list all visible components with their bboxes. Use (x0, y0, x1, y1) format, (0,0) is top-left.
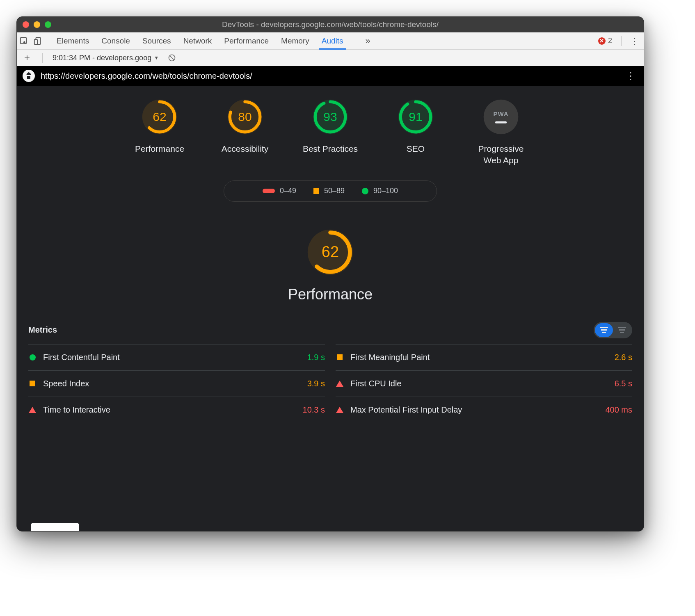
gauge-progressive-web-app[interactable]: PWA Progressive Web App (470, 98, 532, 167)
svg-line-4 (170, 56, 174, 60)
legend-bad-icon (263, 189, 275, 193)
view-trace-peek[interactable] (31, 523, 79, 531)
metric-value: 1.9 s (307, 353, 325, 362)
audit-selector-label: 9:01:34 PM - developers.goog (53, 54, 151, 62)
view-toggle-expanded-icon[interactable] (613, 323, 631, 337)
lighthouse-icon (23, 70, 35, 82)
devtools-window: DevTools - developers.google.com/web/too… (16, 16, 644, 532)
metric-status-icon (28, 407, 37, 413)
metric-row[interactable]: Speed Index 3.9 s (28, 370, 325, 397)
performance-section: 62 Performance Metrics First Co (28, 216, 632, 423)
report-url: https://developers.google.com/web/tools/… (41, 71, 252, 81)
metric-status-icon (28, 354, 37, 360)
metrics-grid: First Contentful Paint 1.9 s First Meani… (28, 344, 632, 423)
metric-name: First CPU Idle (350, 379, 615, 388)
gauge-best-practices[interactable]: 93 Best Practices (299, 98, 361, 167)
tab-memory[interactable]: Memory (281, 32, 309, 49)
tab-audits[interactable]: Audits (322, 32, 343, 49)
metric-value: 6.5 s (615, 379, 632, 388)
metrics-heading: Metrics (28, 325, 57, 335)
metric-status-icon (336, 381, 344, 387)
gauge[interactable]: 93 (311, 98, 349, 136)
minimize-button[interactable] (34, 21, 40, 28)
metric-row[interactable]: First Contentful Paint 1.9 s (28, 344, 325, 370)
gauge[interactable]: 62 (141, 98, 178, 136)
legend-bad-label: 0–49 (280, 187, 296, 195)
metric-status-icon (28, 381, 37, 386)
report-url-bar: https://developers.google.com/web/tools/… (17, 66, 644, 86)
inspect-icon[interactable] (17, 37, 31, 46)
legend-avg-icon (313, 188, 319, 194)
devtools-menu-icon[interactable]: ⋮ (626, 36, 644, 46)
device-toggle-icon[interactable] (31, 37, 45, 46)
metric-value: 400 ms (605, 405, 632, 415)
more-tabs-icon[interactable]: » (366, 36, 370, 46)
gauge-accessibility[interactable]: 80 Accessibility (214, 98, 276, 167)
gauge[interactable]: 62 (306, 228, 355, 277)
gauge-performance[interactable]: 62 Performance (129, 98, 190, 167)
legend-good-icon (362, 188, 368, 194)
svg-rect-2 (34, 39, 37, 44)
metric-value: 2.6 s (615, 353, 632, 362)
metric-name: Max Potential First Input Delay (350, 405, 605, 415)
close-button[interactable] (23, 21, 29, 28)
legend-avg-label: 50–89 (324, 187, 345, 195)
metric-name: Time to Interactive (43, 405, 303, 415)
lighthouse-report: 62 Performance 80 Accessibility 93 Best … (17, 86, 644, 531)
devtools-tabstrip: Elements Console Sources Network Perform… (17, 32, 644, 50)
clear-audit-icon[interactable] (167, 53, 177, 63)
chevron-down-icon: ▼ (154, 55, 159, 61)
title-bar: DevTools - developers.google.com/web/too… (17, 17, 644, 32)
tab-performance[interactable]: Performance (224, 32, 269, 49)
metric-row[interactable]: Max Potential First Input Delay 400 ms (336, 397, 632, 423)
report-menu-icon[interactable]: ⋮ (622, 70, 640, 82)
tab-network[interactable]: Network (183, 32, 212, 49)
metric-name: Speed Index (43, 379, 307, 388)
window-controls (17, 21, 51, 28)
metric-row[interactable]: First Meaningful Paint 2.6 s (336, 344, 632, 370)
new-audit-button[interactable]: + (22, 52, 32, 64)
panel-tabs: Elements Console Sources Network Perform… (53, 32, 370, 49)
error-counter[interactable]: ✕ 2 (598, 37, 617, 45)
metric-row[interactable]: First CPU Idle 6.5 s (336, 370, 632, 397)
score-legend: 0–49 50–89 90–100 (224, 180, 437, 202)
score-gauges: 62 Performance 80 Accessibility 93 Best … (28, 98, 632, 167)
svg-rect-0 (21, 37, 27, 43)
metric-name: First Contentful Paint (43, 353, 307, 362)
svg-rect-6 (27, 75, 31, 76)
gauge[interactable]: 91 (397, 98, 434, 136)
legend-good-label: 90–100 (373, 187, 398, 195)
audits-toolbar: + 9:01:34 PM - developers.goog ▼ (17, 50, 644, 66)
error-badge-icon: ✕ (598, 37, 606, 45)
metric-value: 3.9 s (307, 379, 325, 388)
maximize-button[interactable] (45, 21, 51, 28)
view-toggle-compact-icon[interactable] (595, 323, 613, 337)
metrics-view-toggle[interactable] (594, 322, 632, 338)
metric-status-icon (336, 354, 344, 360)
metric-status-icon (336, 407, 344, 413)
metric-row[interactable]: Time to Interactive 10.3 s (28, 397, 325, 423)
error-count: 2 (608, 37, 612, 45)
audit-selector[interactable]: 9:01:34 PM - developers.goog ▼ (53, 54, 159, 62)
tab-elements[interactable]: Elements (57, 32, 89, 49)
tab-sources[interactable]: Sources (142, 32, 171, 49)
metric-name: First Meaningful Paint (350, 353, 615, 362)
metric-value: 10.3 s (303, 405, 325, 415)
window-title: DevTools - developers.google.com/web/too… (17, 20, 644, 29)
gauge[interactable]: 80 (226, 98, 264, 136)
gauge-seo[interactable]: 91 SEO (385, 98, 446, 167)
gauge[interactable]: PWA (482, 98, 520, 136)
section-title: Performance (288, 286, 373, 303)
tab-console[interactable]: Console (101, 32, 130, 49)
